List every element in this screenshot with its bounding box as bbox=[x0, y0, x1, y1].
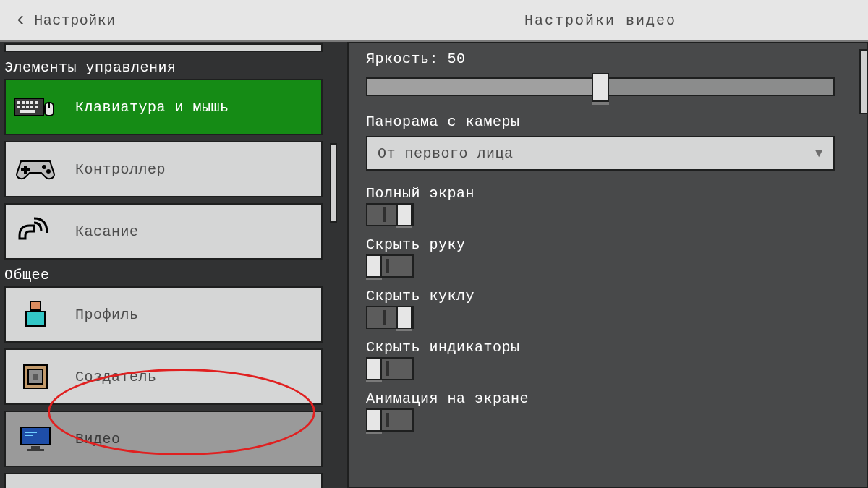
camera-dropdown[interactable]: От первого лица ▼ bbox=[366, 136, 835, 171]
toggle-knob[interactable] bbox=[366, 408, 382, 432]
sidebar-item-video[interactable]: Видео bbox=[4, 411, 323, 467]
sidebar-item-label: Касание bbox=[75, 223, 139, 240]
chevron-down-icon: ▼ bbox=[815, 146, 823, 160]
svg-rect-18 bbox=[30, 301, 41, 310]
camera-label: Панорама с камеры bbox=[366, 114, 849, 130]
fullscreen-label: Полный экран bbox=[366, 185, 849, 202]
sidebar-item-label: Создатель bbox=[75, 369, 157, 385]
screen-anim-toggle[interactable] bbox=[366, 408, 414, 432]
back-button[interactable]: ‹ Настройки bbox=[0, 10, 116, 30]
svg-rect-5 bbox=[35, 101, 38, 104]
sidebar-item-label: Видео bbox=[75, 431, 121, 448]
sidebar-item-creator[interactable]: Создатель bbox=[4, 348, 323, 405]
brightness-slider[interactable] bbox=[366, 73, 835, 99]
settings-content: Яркость: 50 Панорама с камеры От первого… bbox=[347, 42, 868, 488]
page-title: Настройки видео bbox=[524, 12, 676, 29]
svg-rect-15 bbox=[21, 168, 30, 171]
subscriptions-icon bbox=[14, 484, 56, 488]
svg-rect-10 bbox=[35, 106, 38, 108]
svg-rect-2 bbox=[22, 101, 25, 104]
content-scrollbar-thumb[interactable] bbox=[859, 49, 868, 114]
svg-rect-24 bbox=[25, 432, 37, 433]
profile-icon bbox=[14, 298, 56, 331]
hide-doll-label: Скрыть куклу bbox=[366, 288, 849, 304]
toggle-knob[interactable] bbox=[396, 203, 412, 226]
monitor-icon bbox=[14, 422, 56, 455]
toggle-knob[interactable] bbox=[366, 254, 382, 278]
slider-fill bbox=[367, 79, 593, 95]
gamepad-icon bbox=[14, 153, 56, 186]
brightness-label: Яркость: 50 bbox=[366, 51, 849, 67]
sidebar-item-label: Контроллер bbox=[75, 161, 166, 178]
sidebar-item-label: Профиль bbox=[75, 307, 139, 323]
sidebar-item-label: Клавиатура и мышь bbox=[75, 99, 229, 116]
toggle-mark bbox=[386, 361, 389, 376]
hide-hud-label: Скрыть индикаторы bbox=[366, 339, 849, 356]
creator-icon bbox=[14, 360, 56, 393]
sidebar: Элементы управления Клавиатура и мышь bbox=[0, 42, 339, 488]
screen-anim-label: Анимация на экране bbox=[366, 390, 849, 407]
hide-hand-label: Скрыть руку bbox=[366, 236, 849, 253]
sidebar-section-general: Общее bbox=[4, 267, 323, 283]
toggle-mark bbox=[386, 413, 389, 427]
svg-rect-25 bbox=[25, 435, 33, 436]
svg-point-17 bbox=[46, 169, 51, 174]
svg-rect-7 bbox=[22, 106, 25, 108]
sidebar-item-keyboard-mouse[interactable]: Клавиатура и мышь bbox=[4, 79, 323, 135]
keyboard-mouse-icon bbox=[14, 90, 56, 124]
hide-hud-toggle[interactable] bbox=[366, 357, 414, 380]
toggle-mark bbox=[386, 259, 389, 273]
hide-hand-toggle[interactable] bbox=[366, 254, 414, 278]
svg-rect-9 bbox=[30, 106, 33, 108]
sidebar-item-subscriptions[interactable]: Подписки bbox=[4, 473, 323, 488]
back-label: Настройки bbox=[34, 12, 116, 29]
touch-icon bbox=[14, 215, 56, 248]
chevron-left-icon: ‹ bbox=[14, 10, 27, 30]
svg-rect-8 bbox=[26, 106, 29, 108]
slider-thumb[interactable] bbox=[592, 73, 609, 102]
svg-rect-22 bbox=[33, 374, 38, 380]
svg-rect-6 bbox=[17, 106, 20, 108]
svg-rect-26 bbox=[31, 446, 40, 449]
toggle-mark bbox=[383, 207, 386, 222]
sidebar-item-profile[interactable]: Профиль bbox=[4, 286, 323, 343]
toggle-knob[interactable] bbox=[396, 306, 412, 329]
svg-rect-4 bbox=[30, 101, 33, 104]
svg-rect-3 bbox=[26, 101, 29, 104]
sidebar-scrollbar-thumb[interactable] bbox=[330, 143, 337, 223]
dropdown-value: От первого лица bbox=[378, 145, 514, 162]
toggle-knob[interactable] bbox=[366, 357, 382, 380]
svg-rect-27 bbox=[27, 449, 44, 451]
page-title-wrap: Настройки видео bbox=[0, 12, 868, 29]
sidebar-section-controls: Элементы управления bbox=[4, 59, 323, 76]
fullscreen-toggle[interactable] bbox=[366, 203, 414, 226]
svg-rect-19 bbox=[26, 312, 45, 326]
svg-rect-1 bbox=[17, 101, 20, 104]
toggle-mark bbox=[383, 310, 386, 325]
svg-point-16 bbox=[42, 165, 46, 169]
hide-doll-toggle[interactable] bbox=[366, 306, 414, 329]
sidebar-scrollbar[interactable] bbox=[330, 91, 337, 488]
top-bar: ‹ Настройки Настройки видео bbox=[0, 0, 868, 42]
svg-rect-11 bbox=[20, 110, 35, 113]
sidebar-prev-item-slice[interactable] bbox=[4, 43, 323, 52]
sidebar-item-controller[interactable]: Контроллер bbox=[4, 141, 323, 197]
sidebar-item-touch[interactable]: Касание bbox=[4, 203, 323, 260]
